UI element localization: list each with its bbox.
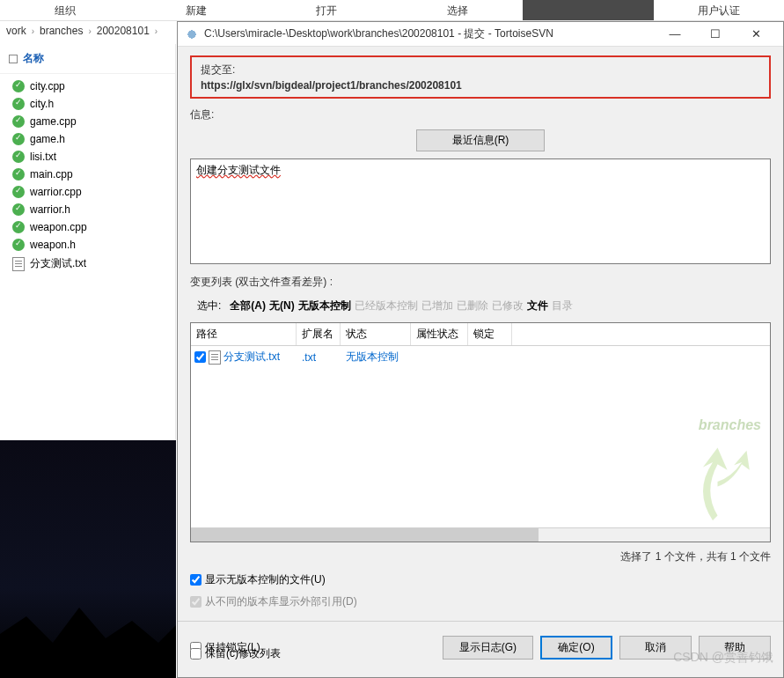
bg-tab[interactable]: 新建: [131, 0, 262, 20]
cell-prop: [411, 356, 468, 359]
file-item[interactable]: weapon.h: [0, 236, 175, 254]
file-name: city.h: [30, 98, 54, 110]
file-item[interactable]: weapon.cpp: [0, 218, 175, 236]
keep-changelist-checkbox[interactable]: 保留(c)修改列表: [190, 645, 771, 662]
file-item[interactable]: game.h: [0, 130, 175, 148]
commit-to-label: 提交至:: [201, 63, 760, 77]
col-status[interactable]: 状态: [341, 323, 411, 345]
changes-header: 变更列表 (双击文件查看差异) :: [190, 275, 771, 290]
show-externals-checkbox: 从不同的版本库显示外部引用(D): [190, 593, 771, 610]
column-header-name[interactable]: 名称: [0, 44, 175, 74]
show-unversioned-checkbox[interactable]: 显示无版本控制的文件(U): [190, 571, 771, 588]
filter-none[interactable]: 无(N): [269, 298, 295, 313]
file-name: game.h: [30, 133, 65, 145]
status-ok-icon: [12, 151, 25, 163]
cell-lock: [468, 356, 512, 359]
table-body[interactable]: 分支测试.txt.txt无版本控制: [191, 346, 770, 527]
divider: [178, 621, 783, 622]
row-checkbox[interactable]: [194, 351, 206, 363]
bg-tab[interactable]: 选择: [392, 0, 524, 20]
col-ext[interactable]: 扩展名: [297, 323, 341, 345]
file-name: main.cpp: [30, 168, 73, 181]
filter-files[interactable]: 文件: [527, 298, 548, 313]
file-item[interactable]: warrior.h: [0, 201, 175, 218]
window-title: C:\Users\miracle-\Desktop\work\branches\…: [204, 26, 655, 41]
file-name: 分支测试.txt: [30, 256, 86, 271]
bg-tab[interactable]: [523, 0, 654, 20]
preview-pane-image: [0, 440, 176, 678]
breadcrumb-item[interactable]: branches: [40, 25, 83, 37]
status-ok-icon: [12, 98, 25, 110]
chevron-right-icon: ›: [88, 26, 91, 36]
bg-tab[interactable]: 组织: [0, 0, 131, 20]
filter-all[interactable]: 全部(A): [230, 298, 266, 313]
commit-message-input[interactable]: 创建分支测试文件: [190, 158, 771, 264]
bg-tab[interactable]: 打开: [261, 0, 392, 20]
horizontal-scrollbar[interactable]: [191, 527, 770, 542]
file-name: lisi.txt: [30, 151, 56, 163]
col-lock[interactable]: 锁定: [468, 323, 512, 345]
commit-dialog: C:\Users\miracle-\Desktop\work\branches\…: [177, 21, 784, 678]
status-ok-icon: [12, 168, 25, 181]
filter-select-label: 选中:: [197, 298, 221, 313]
info-label: 信息:: [190, 107, 771, 122]
file-name: city.cpp: [30, 80, 65, 92]
file-name: game.cpp: [30, 115, 77, 128]
titlebar[interactable]: C:\Users\miracle-\Desktop\work\branches\…: [178, 22, 783, 47]
status-ok-icon: [12, 186, 25, 198]
breadcrumb-item[interactable]: vork: [6, 25, 26, 37]
filter-row: 选中: 全部(A) 无(N) 无版本控制 已经版本控制 已增加 已删除 已修改 …: [190, 295, 771, 317]
file-list: city.cppcity.hgame.cppgame.hlisi.txtmain…: [0, 74, 175, 277]
filter-dirs: 目录: [552, 298, 573, 313]
file-item[interactable]: city.cpp: [0, 77, 175, 95]
chevron-right-icon: ›: [155, 26, 158, 36]
recent-messages-button[interactable]: 最近信息(R): [416, 129, 546, 151]
file-icon: [12, 257, 25, 271]
col-prop[interactable]: 属性状态: [411, 323, 468, 345]
file-name: warrior.cpp: [30, 186, 82, 198]
breadcrumb-item[interactable]: 200208101: [97, 25, 150, 37]
status-ok-icon: [12, 115, 25, 128]
cell-ext: .txt: [297, 350, 341, 365]
file-name: weapon.cpp: [30, 221, 87, 233]
cell-status: 无版本控制: [341, 348, 411, 366]
filter-versioned: 已经版本控制: [355, 298, 418, 313]
changes-table: 路径 扩展名 状态 属性状态 锁定 分支测试.txt.txt无版本控制 bran…: [190, 322, 771, 542]
file-item[interactable]: 分支测试.txt: [0, 254, 175, 274]
cell-path: 分支测试.txt: [223, 350, 280, 365]
status-ok-icon: [12, 203, 25, 216]
commit-url: https://glx/svn/bigdeal/project1/branche…: [201, 79, 760, 92]
maximize-button[interactable]: ☐: [695, 22, 736, 47]
status-ok-icon: [12, 221, 25, 233]
background-toolbar: 组织 新建 打开 选择 用户认证: [0, 0, 784, 21]
file-name: weapon.h: [30, 239, 76, 251]
filter-deleted: 已删除: [457, 298, 488, 313]
file-name: warrior.h: [30, 203, 70, 216]
bg-tab[interactable]: 用户认证: [654, 0, 785, 20]
filter-unversioned[interactable]: 无版本控制: [298, 298, 351, 313]
selection-summary: 选择了 1 个文件，共有 1 个文件: [190, 548, 771, 566]
chevron-right-icon: ›: [32, 26, 34, 36]
status-ok-icon: [12, 80, 25, 92]
file-item[interactable]: game.cpp: [0, 113, 175, 130]
table-row[interactable]: 分支测试.txt.txt无版本控制: [191, 346, 770, 368]
minimize-button[interactable]: —: [655, 22, 695, 47]
file-item[interactable]: warrior.cpp: [0, 183, 175, 201]
close-button[interactable]: ✕: [736, 22, 776, 47]
status-ok-icon: [12, 133, 25, 145]
filter-added: 已增加: [421, 298, 453, 313]
status-ok-icon: [12, 239, 25, 251]
app-icon: [185, 27, 199, 41]
breadcrumb[interactable]: vork › branches › 200208101 ›: [0, 21, 164, 41]
col-path[interactable]: 路径: [191, 323, 297, 345]
file-item[interactable]: main.cpp: [0, 166, 175, 183]
table-header[interactable]: 路径 扩展名 状态 属性状态 锁定: [191, 323, 770, 346]
file-item[interactable]: city.h: [0, 95, 175, 113]
commit-to-box: 提交至: https://glx/svn/bigdeal/project1/br…: [190, 55, 771, 99]
file-icon: [209, 350, 221, 365]
filter-modified: 已修改: [492, 298, 524, 313]
file-item[interactable]: lisi.txt: [0, 148, 175, 166]
